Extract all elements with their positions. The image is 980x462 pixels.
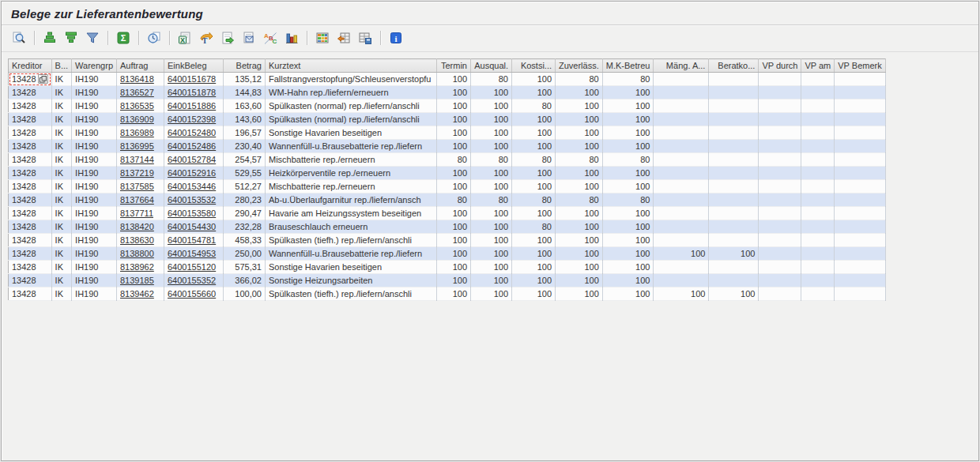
cell-auftrag: 8138800: [117, 247, 164, 261]
einkbeleg-link[interactable]: 6400153446: [168, 182, 216, 191]
cell-b: IK: [51, 126, 72, 140]
einkbeleg-link[interactable]: 6400154430: [168, 222, 216, 231]
column-header-kreditor[interactable]: Kreditor: [9, 59, 52, 73]
cell-detail-button[interactable]: [38, 74, 48, 84]
auftrag-link[interactable]: 8138630: [120, 235, 154, 245]
refresh-clock-icon[interactable]: [145, 29, 164, 47]
auftrag-link[interactable]: 8138962: [120, 262, 154, 272]
column-header-warengrp[interactable]: Warengrp: [72, 59, 117, 73]
cell-betrag: 163,60: [224, 100, 266, 113]
abc-analysis-icon[interactable]: A B C: [261, 29, 280, 47]
cell-kurztext: Ab-u.Überlaufgarnitur rep./liefern/ansch: [266, 193, 437, 207]
change-layout-icon[interactable]: [334, 29, 353, 47]
cell-vp_am: [801, 153, 835, 167]
sum-icon[interactable]: Σ: [114, 29, 133, 47]
cell-beratko: 100: [709, 247, 759, 261]
excel-export-icon[interactable]: X: [175, 29, 194, 47]
sort-ascending-icon[interactable]: [40, 29, 59, 47]
auftrag-link[interactable]: 8137219: [120, 168, 154, 178]
einkbeleg-link[interactable]: 6400153580: [168, 208, 216, 218]
chart-icon[interactable]: [282, 29, 301, 47]
cell-termin: 100: [437, 287, 471, 301]
column-header-b[interactable]: B...: [51, 59, 72, 73]
cell-kostsi: 100: [512, 207, 556, 220]
column-header-beratko[interactable]: Beratko...: [709, 59, 759, 73]
auftrag-link[interactable]: 8137144: [120, 155, 154, 164]
cell-einkbeleg: 6400152486: [164, 140, 224, 153]
table-row: 13428IKIH19081365276400151878144,83WM-Ha…: [9, 86, 886, 100]
einkbeleg-link[interactable]: 6400152486: [168, 141, 216, 151]
cell-vp_am: [801, 247, 835, 261]
cell-mkbetreu: 100: [602, 113, 654, 126]
column-header-vp_am[interactable]: VP am: [801, 59, 835, 73]
column-header-zuverlaess[interactable]: Zuverläss.: [556, 59, 603, 73]
column-header-ausqual[interactable]: Ausqual.: [471, 59, 512, 73]
auftrag-link[interactable]: 8139185: [120, 276, 154, 285]
cell-vp_bemerk: [835, 274, 885, 287]
column-header-kurztext[interactable]: Kurztext: [266, 59, 437, 73]
cell-b: IK: [51, 274, 72, 287]
auftrag-link[interactable]: 8137664: [120, 195, 154, 205]
auftrag-link[interactable]: 8137585: [120, 182, 154, 191]
filter-icon[interactable]: [83, 29, 102, 47]
cell-einkbeleg: 6400155660: [164, 287, 224, 301]
column-header-mkbetreu[interactable]: M.K-Betreu: [602, 59, 654, 73]
column-header-vp_durch[interactable]: VP durch: [759, 59, 801, 73]
info-icon[interactable]: i: [386, 29, 405, 47]
local-file-export-icon[interactable]: [218, 29, 237, 47]
einkbeleg-link[interactable]: 6400154781: [168, 235, 216, 245]
cell-beratko: [709, 140, 759, 153]
find-icon[interactable]: [9, 29, 28, 47]
einkbeleg-link[interactable]: 6400151678: [168, 74, 216, 84]
choose-layout-icon[interactable]: [313, 29, 332, 47]
send-mail-icon[interactable]: [239, 29, 258, 47]
cell-b: IK: [51, 207, 72, 220]
einkbeleg-link[interactable]: 6400155120: [168, 262, 216, 272]
column-header-kostsi[interactable]: Kostsi...: [512, 59, 556, 73]
cell-betrag: 232,28: [224, 220, 266, 234]
cell-kostsi: 100: [512, 126, 556, 140]
cell-termin: 100: [437, 126, 471, 140]
cell-vp_bemerk: [835, 167, 885, 180]
cell-betrag: 529,55: [224, 167, 266, 180]
cell-kostsi: 100: [512, 73, 556, 86]
word-processing-icon[interactable]: T: [197, 29, 216, 47]
save-layout-icon[interactable]: [356, 29, 375, 47]
einkbeleg-link[interactable]: 6400155352: [168, 276, 216, 285]
column-header-auftrag[interactable]: Auftrag: [117, 59, 164, 73]
cell-vp_durch: [759, 274, 801, 287]
einkbeleg-link[interactable]: 6400152398: [168, 115, 216, 124]
column-header-betrag[interactable]: Betrag: [224, 59, 266, 73]
einkbeleg-link[interactable]: 6400152916: [168, 168, 216, 178]
cell-kurztext: Sonstige Heizungsarbeiten: [266, 274, 437, 287]
column-header-einkbeleg[interactable]: EinkBeleg: [164, 59, 224, 73]
cell-termin: 100: [437, 140, 471, 153]
auftrag-link[interactable]: 8136418: [120, 74, 154, 84]
einkbeleg-link[interactable]: 6400151886: [168, 101, 216, 111]
einkbeleg-link[interactable]: 6400154953: [168, 249, 216, 258]
column-header-maeng[interactable]: Mäng. A...: [654, 59, 709, 73]
einkbeleg-link[interactable]: 6400152784: [168, 155, 216, 164]
auftrag-link[interactable]: 8136535: [120, 101, 154, 111]
cell-warengrp: IH190: [72, 247, 117, 261]
column-header-vp_bemerk[interactable]: VP Bemerk: [835, 59, 885, 73]
column-header-termin[interactable]: Termin: [437, 59, 471, 73]
cell-auftrag: 8137711: [117, 207, 164, 220]
auftrag-link[interactable]: 8138420: [120, 222, 154, 231]
cell-kurztext: Spülkasten (normal) rep./liefern/anschli: [266, 113, 437, 126]
auftrag-link[interactable]: 8139462: [120, 289, 154, 299]
auftrag-link[interactable]: 8136909: [120, 115, 154, 124]
cell-beratko: [709, 261, 759, 274]
auftrag-link[interactable]: 8138800: [120, 249, 154, 258]
cell-b: IK: [51, 261, 72, 274]
sort-descending-icon[interactable]: [62, 29, 81, 47]
auftrag-link[interactable]: 8136527: [120, 88, 154, 97]
einkbeleg-link[interactable]: 6400151878: [168, 88, 216, 97]
auftrag-link[interactable]: 8136989: [120, 128, 154, 137]
einkbeleg-link[interactable]: 6400153532: [168, 195, 216, 205]
auftrag-link[interactable]: 8137711: [120, 208, 153, 218]
auftrag-link[interactable]: 8136995: [120, 141, 154, 151]
cell-zuverlaess: 80: [556, 153, 603, 167]
einkbeleg-link[interactable]: 6400152480: [168, 128, 216, 137]
einkbeleg-link[interactable]: 6400155660: [168, 289, 216, 299]
